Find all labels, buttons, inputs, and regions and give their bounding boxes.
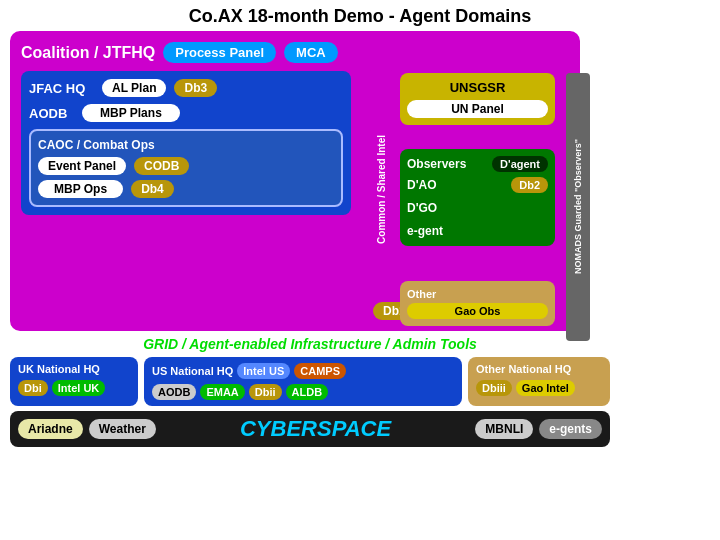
gao-obs-button[interactable]: Gao Obs	[407, 303, 548, 319]
cyberspace-label: CYBERSPACE	[162, 416, 469, 442]
aodb-label: AODB	[29, 106, 74, 121]
observers-row: Observers D'agent	[407, 156, 548, 172]
caoc-row1: Event Panel CODB	[38, 157, 334, 175]
mbnli-button[interactable]: MBNLI	[475, 419, 533, 439]
caoc-row2: MBP Ops Db4	[38, 180, 334, 198]
bottom-boxes-row: UK National HQ Dbi Intel UK US National …	[10, 357, 610, 406]
camps-button[interactable]: CAMPS	[294, 363, 346, 379]
db3-button[interactable]: Db3	[174, 79, 217, 97]
nomads-text: NOMADS Guarded "Observers"	[566, 73, 590, 341]
page-title: Co.AX 18-month Demo - Agent Domains	[0, 0, 720, 31]
egent-label: e-gent	[407, 224, 443, 238]
intel-uk-button[interactable]: Intel UK	[52, 380, 106, 396]
dbi-button[interactable]: Dbi	[18, 380, 48, 396]
other-area: Other Gao Obs	[400, 281, 555, 326]
egent-row: e-gent	[407, 221, 548, 239]
caoc-title: CAOC / Combat Ops	[38, 138, 334, 152]
caoc-box: CAOC / Combat Ops Event Panel CODB MBP O…	[29, 129, 343, 207]
uk-box-title: UK National HQ	[18, 363, 130, 375]
grid-label: GRID / Agent-enabled Infrastructure / Ad…	[10, 336, 610, 352]
mbp-ops-button[interactable]: MBP Ops	[38, 180, 123, 198]
al-plan-button[interactable]: AL Plan	[102, 79, 166, 97]
aodb-row: AODB MBP Plans	[29, 104, 343, 122]
dgo-row: D'GO	[407, 198, 548, 216]
dagent-button[interactable]: D'agent	[492, 156, 548, 172]
aldb-button[interactable]: ALDB	[286, 384, 329, 400]
other-box-title: Other National HQ	[476, 363, 602, 375]
gao-intel-button[interactable]: Gao Intel	[516, 380, 575, 396]
db4-button[interactable]: Db4	[131, 180, 174, 198]
inner-blue-area: JFAC HQ AL Plan Db3 AODB MBP Plans CAOC …	[21, 71, 351, 215]
us-box-title: US National HQ	[152, 365, 233, 377]
intel-us-button[interactable]: Intel US	[237, 363, 290, 379]
weather-button[interactable]: Weather	[89, 419, 156, 439]
db2-button[interactable]: Db2	[511, 177, 548, 193]
unsgsr-box: UNSGSR UN Panel	[400, 73, 555, 125]
dgo-label: D'GO	[407, 201, 437, 215]
jfac-hq-label: JFAC HQ	[29, 81, 94, 96]
us-box-title-row: US National HQ Intel US CAMPS	[152, 363, 454, 379]
dao-row: D'AO Db2	[407, 177, 548, 193]
shared-intel-bar: Common / Shared Intel	[368, 70, 394, 308]
other-national-hq-box: Other National HQ Dbiii Gao Intel	[468, 357, 610, 406]
us-aodb-button[interactable]: AODB	[152, 384, 196, 400]
dbiii-button[interactable]: Dbiii	[476, 380, 512, 396]
bottom-bar: Ariadne Weather CYBERSPACE MBNLI e-gents	[10, 411, 610, 447]
emaa-button[interactable]: EMAA	[200, 384, 244, 400]
other-label: Other	[407, 288, 548, 300]
egents-button[interactable]: e-gents	[539, 419, 602, 439]
right-green-area: Observers D'agent D'AO Db2 D'GO e-gent	[400, 149, 555, 246]
codb-button[interactable]: CODB	[134, 157, 189, 175]
coalition-header: Coalition / JTFHQ Process Panel MCA	[21, 42, 569, 63]
uk-national-hq-box: UK National HQ Dbi Intel UK	[10, 357, 138, 406]
other-btns-row: Dbiii Gao Intel	[476, 380, 602, 396]
dbii-button[interactable]: Dbii	[249, 384, 282, 400]
dao-label: D'AO	[407, 178, 437, 192]
event-panel-button[interactable]: Event Panel	[38, 157, 126, 175]
us-btns-row: AODB EMAA Dbii ALDB	[152, 384, 454, 400]
observers-label: Observers	[407, 157, 466, 171]
coalition-title: Coalition / JTFHQ	[21, 44, 155, 62]
mbp-plans-button[interactable]: MBP Plans	[82, 104, 180, 122]
mca-button[interactable]: MCA	[284, 42, 338, 63]
unsgsr-title: UNSGSR	[407, 80, 548, 95]
us-national-hq-box: US National HQ Intel US CAMPS AODB EMAA …	[144, 357, 462, 406]
process-panel-button[interactable]: Process Panel	[163, 42, 276, 63]
uk-btns-row: Dbi Intel UK	[18, 380, 130, 396]
un-panel-button[interactable]: UN Panel	[407, 100, 548, 118]
ariadne-button[interactable]: Ariadne	[18, 419, 83, 439]
jfac-row: JFAC HQ AL Plan Db3	[29, 79, 343, 97]
